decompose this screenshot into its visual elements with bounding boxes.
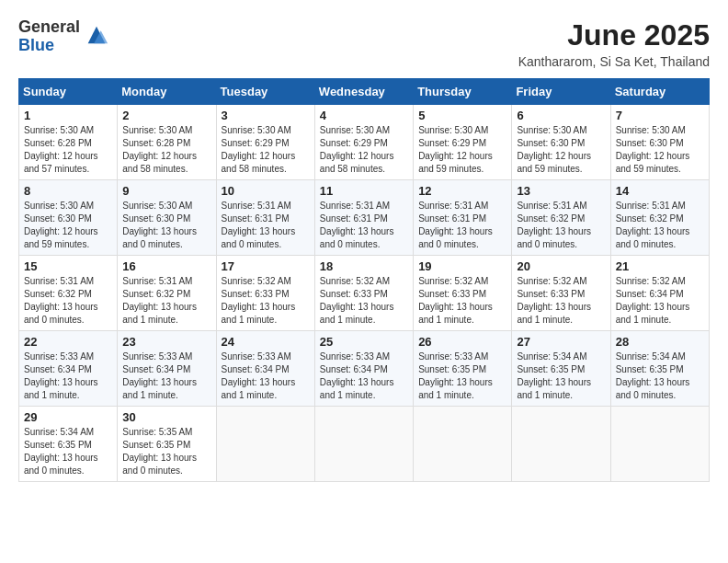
day-number: 18 — [320, 259, 408, 273]
table-row: 6Sunrise: 5:30 AMSunset: 6:30 PMDaylight… — [512, 105, 610, 180]
table-row: 17Sunrise: 5:32 AMSunset: 6:33 PMDayligh… — [216, 256, 314, 331]
day-info: Sunrise: 5:30 AMSunset: 6:30 PMDaylight:… — [24, 200, 112, 251]
day-number: 20 — [517, 259, 605, 273]
day-number: 6 — [517, 109, 605, 122]
day-info: Sunrise: 5:31 AMSunset: 6:32 PMDaylight:… — [517, 200, 605, 251]
header-sunday: Sunday — [19, 79, 118, 105]
table-row: 9Sunrise: 5:30 AMSunset: 6:30 PMDaylight… — [118, 180, 216, 256]
table-row — [512, 407, 610, 482]
day-info: Sunrise: 5:35 AMSunset: 6:35 PMDaylight:… — [122, 426, 210, 477]
table-row: 7Sunrise: 5:30 AMSunset: 6:30 PMDaylight… — [610, 105, 709, 180]
day-number: 10 — [222, 184, 310, 198]
table-row: 4Sunrise: 5:30 AMSunset: 6:29 PMDaylight… — [314, 105, 413, 180]
table-row: 2Sunrise: 5:30 AMSunset: 6:28 PMDaylight… — [118, 105, 216, 180]
month-title: June 2025 — [518, 18, 710, 52]
table-row: 27Sunrise: 5:34 AMSunset: 6:35 PMDayligh… — [512, 331, 610, 407]
calendar-week-row: 8Sunrise: 5:30 AMSunset: 6:30 PMDaylight… — [19, 180, 710, 256]
day-info: Sunrise: 5:31 AMSunset: 6:31 PMDaylight:… — [418, 200, 506, 251]
day-number: 19 — [418, 259, 506, 273]
day-info: Sunrise: 5:32 AMSunset: 6:33 PMDaylight:… — [517, 275, 605, 327]
header-saturday: Saturday — [610, 79, 709, 105]
day-info: Sunrise: 5:31 AMSunset: 6:32 PMDaylight:… — [24, 275, 112, 327]
day-number: 21 — [616, 259, 704, 273]
logo-text: General Blue — [18, 18, 80, 55]
calendar-header-row: Sunday Monday Tuesday Wednesday Thursday… — [19, 79, 710, 105]
day-info: Sunrise: 5:30 AMSunset: 6:28 PMDaylight:… — [122, 124, 210, 176]
title-area: June 2025 Kanthararom, Si Sa Ket, Thaila… — [518, 18, 710, 69]
day-number: 4 — [320, 109, 408, 122]
day-number: 13 — [517, 184, 605, 198]
day-info: Sunrise: 5:30 AMSunset: 6:29 PMDaylight:… — [418, 124, 506, 176]
day-info: Sunrise: 5:30 AMSunset: 6:29 PMDaylight:… — [222, 124, 310, 176]
table-row: 20Sunrise: 5:32 AMSunset: 6:33 PMDayligh… — [512, 256, 610, 331]
day-number: 14 — [616, 184, 704, 198]
day-number: 28 — [616, 335, 704, 349]
day-info: Sunrise: 5:30 AMSunset: 6:30 PMDaylight:… — [517, 124, 605, 176]
table-row: 28Sunrise: 5:34 AMSunset: 6:35 PMDayligh… — [610, 331, 709, 407]
table-row — [414, 407, 512, 482]
day-number: 23 — [122, 335, 210, 349]
header-tuesday: Tuesday — [216, 79, 314, 105]
day-number: 3 — [222, 109, 310, 122]
day-number: 9 — [122, 184, 210, 198]
header: General Blue June 2025 Kanthararom, Si S… — [18, 18, 710, 69]
header-monday: Monday — [118, 79, 216, 105]
day-info: Sunrise: 5:30 AMSunset: 6:30 PMDaylight:… — [122, 200, 210, 251]
table-row: 10Sunrise: 5:31 AMSunset: 6:31 PMDayligh… — [216, 180, 314, 256]
day-info: Sunrise: 5:30 AMSunset: 6:28 PMDaylight:… — [24, 124, 112, 176]
table-row: 15Sunrise: 5:31 AMSunset: 6:32 PMDayligh… — [19, 256, 118, 331]
calendar-week-row: 29Sunrise: 5:34 AMSunset: 6:35 PMDayligh… — [19, 407, 710, 482]
day-info: Sunrise: 5:30 AMSunset: 6:30 PMDaylight:… — [616, 124, 704, 176]
table-row: 22Sunrise: 5:33 AMSunset: 6:34 PMDayligh… — [19, 331, 118, 407]
day-info: Sunrise: 5:32 AMSunset: 6:33 PMDaylight:… — [320, 275, 408, 327]
day-number: 26 — [418, 335, 506, 349]
day-number: 5 — [418, 109, 506, 122]
day-number: 11 — [320, 184, 408, 198]
day-info: Sunrise: 5:32 AMSunset: 6:33 PMDaylight:… — [222, 275, 310, 327]
day-info: Sunrise: 5:33 AMSunset: 6:34 PMDaylight:… — [222, 350, 310, 402]
table-row: 23Sunrise: 5:33 AMSunset: 6:34 PMDayligh… — [118, 331, 216, 407]
day-number: 7 — [616, 109, 704, 122]
header-wednesday: Wednesday — [314, 79, 413, 105]
day-info: Sunrise: 5:30 AMSunset: 6:29 PMDaylight:… — [320, 124, 408, 176]
day-number: 30 — [122, 410, 210, 424]
table-row: 30Sunrise: 5:35 AMSunset: 6:35 PMDayligh… — [118, 407, 216, 482]
day-info: Sunrise: 5:34 AMSunset: 6:35 PMDaylight:… — [616, 350, 704, 402]
table-row: 13Sunrise: 5:31 AMSunset: 6:32 PMDayligh… — [512, 180, 610, 256]
table-row: 1Sunrise: 5:30 AMSunset: 6:28 PMDaylight… — [19, 105, 118, 180]
day-info: Sunrise: 5:33 AMSunset: 6:34 PMDaylight:… — [320, 350, 408, 402]
day-info: Sunrise: 5:33 AMSunset: 6:34 PMDaylight:… — [24, 350, 112, 402]
day-info: Sunrise: 5:31 AMSunset: 6:32 PMDaylight:… — [616, 200, 704, 251]
day-number: 15 — [24, 259, 112, 273]
day-number: 22 — [24, 335, 112, 349]
day-number: 25 — [320, 335, 408, 349]
day-number: 24 — [222, 335, 310, 349]
table-row: 24Sunrise: 5:33 AMSunset: 6:34 PMDayligh… — [216, 331, 314, 407]
table-row: 12Sunrise: 5:31 AMSunset: 6:31 PMDayligh… — [414, 180, 512, 256]
table-row: 26Sunrise: 5:33 AMSunset: 6:35 PMDayligh… — [414, 331, 512, 407]
day-info: Sunrise: 5:32 AMSunset: 6:33 PMDaylight:… — [418, 275, 506, 327]
header-friday: Friday — [512, 79, 610, 105]
table-row: 19Sunrise: 5:32 AMSunset: 6:33 PMDayligh… — [414, 256, 512, 331]
logo-icon — [84, 22, 109, 48]
calendar-week-row: 1Sunrise: 5:30 AMSunset: 6:28 PMDaylight… — [19, 105, 710, 180]
location-title: Kanthararom, Si Sa Ket, Thailand — [518, 54, 710, 69]
day-info: Sunrise: 5:32 AMSunset: 6:34 PMDaylight:… — [616, 275, 704, 327]
header-thursday: Thursday — [414, 79, 512, 105]
table-row: 21Sunrise: 5:32 AMSunset: 6:34 PMDayligh… — [610, 256, 709, 331]
table-row: 16Sunrise: 5:31 AMSunset: 6:32 PMDayligh… — [118, 256, 216, 331]
day-number: 16 — [122, 259, 210, 273]
day-info: Sunrise: 5:31 AMSunset: 6:31 PMDaylight:… — [222, 200, 310, 251]
table-row: 14Sunrise: 5:31 AMSunset: 6:32 PMDayligh… — [610, 180, 709, 256]
day-info: Sunrise: 5:34 AMSunset: 6:35 PMDaylight:… — [517, 350, 605, 402]
day-number: 8 — [24, 184, 112, 198]
day-info: Sunrise: 5:33 AMSunset: 6:35 PMDaylight:… — [418, 350, 506, 402]
table-row: 18Sunrise: 5:32 AMSunset: 6:33 PMDayligh… — [314, 256, 413, 331]
logo: General Blue — [18, 18, 109, 55]
day-number: 27 — [517, 335, 605, 349]
table-row: 11Sunrise: 5:31 AMSunset: 6:31 PMDayligh… — [314, 180, 413, 256]
table-row: 29Sunrise: 5:34 AMSunset: 6:35 PMDayligh… — [19, 407, 118, 482]
calendar-table: Sunday Monday Tuesday Wednesday Thursday… — [18, 78, 710, 482]
day-number: 1 — [24, 109, 112, 122]
day-number: 2 — [122, 109, 210, 122]
